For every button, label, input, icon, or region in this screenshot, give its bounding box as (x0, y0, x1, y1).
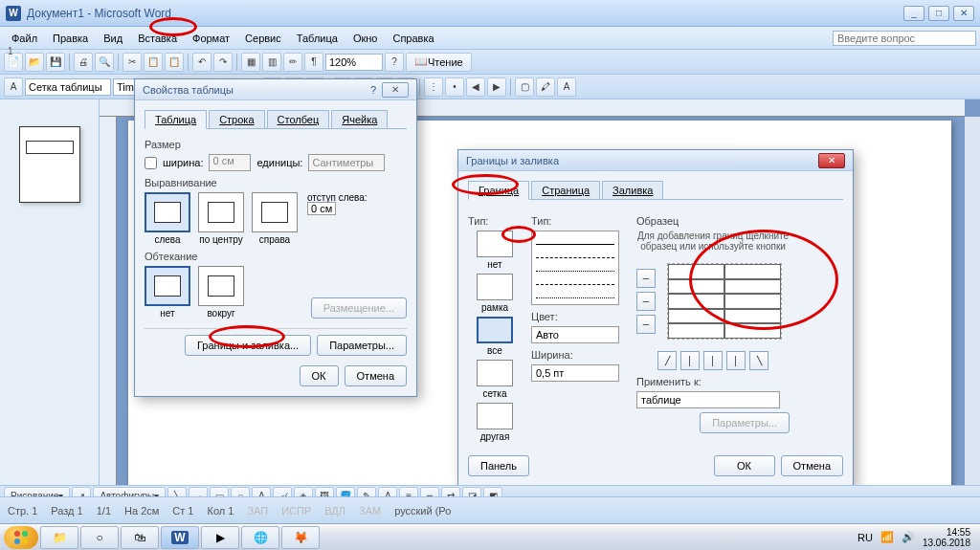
pilcrow-icon[interactable]: ¶ (304, 53, 323, 72)
zoom-select[interactable]: 120% (325, 54, 383, 71)
help-icon[interactable]: ? (385, 53, 404, 72)
redo-icon[interactable]: ↷ (213, 53, 233, 72)
tab-cell[interactable]: Ячейка (331, 110, 388, 128)
width-combo[interactable]: 0,5 пт (531, 364, 619, 382)
cut-icon[interactable]: ✂ (122, 53, 142, 72)
indent-inc-icon[interactable]: ▶ (487, 77, 506, 97)
minimize-button[interactable]: _ (903, 6, 924, 21)
paste-icon[interactable]: 📋 (165, 53, 184, 72)
width-input[interactable]: 0 см (209, 154, 251, 171)
border-top-btn[interactable]: ─ (636, 269, 656, 288)
cancel-button[interactable]: Отмена (345, 365, 407, 386)
save-icon[interactable]: 💾 (46, 53, 65, 72)
tab-column[interactable]: Столбец (267, 110, 330, 128)
type-custom-option[interactable] (477, 403, 513, 429)
task-word[interactable]: W (161, 526, 199, 549)
color-combo[interactable]: Авто (531, 326, 619, 343)
align-right-option[interactable] (252, 192, 298, 232)
style-select[interactable]: Сетка таблицы (25, 78, 111, 96)
ok-button[interactable]: ОК (714, 455, 775, 476)
numbering-icon[interactable]: ⋮ (424, 77, 443, 97)
copy-icon[interactable]: 📋 (144, 53, 163, 72)
preview-grid[interactable] (667, 263, 782, 340)
type-box-option[interactable] (477, 274, 513, 300)
indent-input[interactable]: 0 см (307, 202, 336, 215)
type-none-option[interactable] (477, 231, 513, 257)
table-icon[interactable]: ▦ (241, 53, 260, 72)
task-media[interactable]: ▶ (201, 526, 239, 549)
apply-combo[interactable]: таблице (636, 391, 780, 408)
indent-dec-icon[interactable]: ◀ (466, 77, 485, 97)
border-diag1-btn[interactable]: ╱ (657, 351, 677, 370)
close-icon[interactable]: ✕ (382, 82, 409, 98)
borders-shading-button[interactable]: Границы и заливка... (185, 335, 311, 356)
tab-shading[interactable]: Заливка (602, 181, 663, 199)
menu-insert[interactable]: Вставка (130, 31, 185, 46)
positioning-button[interactable]: Размещение... (311, 297, 407, 319)
open-icon[interactable]: 📂 (25, 53, 44, 72)
borders-icon[interactable]: ▢ (515, 77, 534, 97)
menu-window[interactable]: Окно (345, 31, 386, 46)
params-button[interactable]: Параметры... (700, 412, 790, 433)
menu-tools[interactable]: Сервис (237, 31, 289, 46)
task-cortana[interactable]: ○ (80, 526, 119, 549)
task-firefox[interactable]: 🦊 (281, 526, 320, 549)
new-icon[interactable]: 📄 (4, 53, 23, 72)
align-left-option[interactable] (145, 192, 190, 232)
task-explorer[interactable]: 📁 (40, 526, 78, 549)
help-input[interactable] (833, 31, 976, 46)
params-button[interactable]: Параметры... (317, 335, 407, 356)
wrap-none-option[interactable] (145, 266, 190, 306)
tray-clock[interactable]: 14:5513.06.2018 (923, 527, 970, 548)
menu-edit[interactable]: Правка (45, 31, 96, 46)
task-chrome[interactable]: 🌐 (241, 526, 279, 549)
preview-icon[interactable]: 🔍 (95, 53, 114, 72)
ok-button[interactable]: ОК (300, 365, 339, 386)
menu-table[interactable]: Таблица (289, 31, 345, 46)
tab-border[interactable]: Граница (468, 181, 529, 200)
tab-page[interactable]: Страница (531, 181, 600, 199)
drawing-icon[interactable]: ✏ (283, 53, 302, 72)
columns-icon[interactable]: ▥ (262, 53, 281, 72)
line-style-list[interactable] (531, 231, 619, 305)
panel-button[interactable]: Панель (468, 455, 529, 476)
help-icon[interactable]: ? (370, 84, 376, 96)
close-icon[interactable]: ✕ (818, 153, 845, 168)
tray-network-icon[interactable]: 📶 (880, 531, 894, 543)
bullets-icon[interactable]: • (445, 77, 464, 97)
page-thumbnail[interactable] (19, 126, 80, 203)
read-mode-button[interactable]: 📖 Чтение (406, 53, 472, 72)
undo-icon[interactable]: ↶ (192, 53, 212, 72)
font-color-icon[interactable]: A (557, 77, 576, 97)
type-grid-option[interactable] (477, 360, 513, 386)
wrap-around-option[interactable] (198, 266, 244, 306)
cancel-button[interactable]: Отмена (781, 455, 843, 476)
vertical-scrollbar[interactable] (965, 117, 980, 507)
type-all-option[interactable] (477, 317, 513, 343)
print-icon[interactable]: 🖨 (74, 53, 93, 72)
dialog-titlebar[interactable]: Свойства таблицы ? ✕ (135, 79, 416, 100)
tab-row[interactable]: Строка (209, 110, 264, 128)
menu-format[interactable]: Формат (185, 31, 237, 46)
tray-volume-icon[interactable]: 🔊 (902, 531, 915, 543)
dialog-titlebar[interactable]: Границы и заливка ✕ (458, 150, 853, 171)
align-center-option[interactable] (198, 192, 244, 232)
menu-view[interactable]: Вид (96, 31, 130, 46)
close-button[interactable]: ✕ (953, 6, 974, 21)
start-button[interactable] (4, 526, 38, 549)
border-hmid-btn[interactable]: ─ (636, 292, 656, 311)
width-checkbox[interactable] (145, 157, 157, 169)
menu-help[interactable]: Справка (385, 31, 441, 46)
border-bottom-btn[interactable]: ─ (636, 315, 656, 334)
highlight-icon[interactable]: 🖍 (536, 77, 555, 97)
border-left-btn[interactable]: │ (680, 351, 700, 370)
task-store[interactable]: 🛍 (121, 526, 159, 549)
tab-table[interactable]: Таблица (145, 110, 207, 129)
units-combo[interactable]: Сантиметры (308, 154, 385, 171)
menu-file[interactable]: Файл (4, 31, 45, 46)
vertical-ruler[interactable] (100, 117, 117, 507)
styles-icon[interactable]: A (4, 77, 23, 97)
border-vmid-btn[interactable]: │ (703, 351, 723, 370)
tray-lang[interactable]: RU (858, 532, 873, 543)
restore-button[interactable]: □ (928, 6, 949, 21)
